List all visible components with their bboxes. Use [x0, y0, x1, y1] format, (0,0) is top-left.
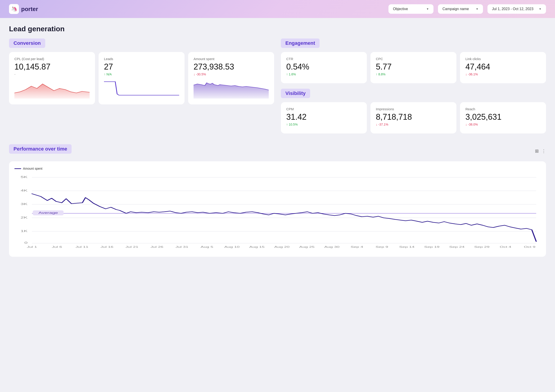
cpm-card: CPM 31.42 ↑ 10.5%: [281, 102, 367, 133]
svg-text:Average: Average: [38, 211, 58, 214]
chart-legend: Amount spent: [15, 167, 540, 170]
performance-section: Performance over time ⊞ ⋮ Amount spent 5…: [9, 144, 546, 257]
amount-spent-value: 273,938.53: [194, 62, 269, 72]
svg-text:Jul 31: Jul 31: [175, 246, 188, 248]
link-clicks-value: 47,464: [465, 62, 540, 72]
svg-text:Sep 19: Sep 19: [424, 246, 439, 248]
visibility-section-header: Visibility: [281, 89, 310, 98]
main-content: Lead generation Conversion CPL (Cost per…: [0, 18, 555, 392]
cpc-card: CPC 5.77 ↑ 8.8%: [371, 52, 456, 83]
conversion-section: Conversion CPL (Cost per lead) 10,145.87…: [9, 38, 274, 139]
ctr-value: 0.54%: [286, 62, 361, 72]
chart-export-button[interactable]: ⊞: [535, 148, 539, 154]
link-clicks-card: Link clicks 47,464 ↓ -36.1%: [460, 52, 546, 83]
svg-text:Oct 9: Oct 9: [524, 246, 535, 248]
svg-text:Aug 30: Aug 30: [324, 246, 340, 248]
ctr-card: CTR 0.54% ↑ 1.6%: [281, 52, 367, 83]
leads-value: 27: [104, 62, 179, 72]
link-clicks-label: Link clicks: [465, 57, 540, 61]
header: 🦄 porter Objective ▼ Campaign name ▼ Jul…: [0, 0, 555, 18]
amount-spent-card: Amount spent 273,938.53 ↓ -30.5%: [188, 52, 274, 104]
daterange-dropdown[interactable]: Jul 1, 2023 - Oct 12, 2023 ▼: [488, 4, 546, 14]
svg-text:Sep 24: Sep 24: [449, 246, 465, 248]
cpc-label: CPC: [376, 57, 451, 61]
logo: 🦄 porter: [9, 4, 38, 14]
visibility-section: Visibility CPM 31.42 ↑ 10.5% Impressions…: [281, 89, 546, 133]
leads-mini-chart: [104, 80, 179, 99]
svg-text:Jul 21: Jul 21: [126, 246, 139, 248]
svg-marker-0: [15, 84, 90, 99]
svg-text:Sep 14: Sep 14: [399, 246, 415, 248]
performance-header: Performance over time ⊞ ⋮: [9, 144, 546, 158]
engagement-cards: CTR 0.54% ↑ 1.6% CPC 5.77 ↑ 8.8% Link cl…: [281, 52, 546, 83]
visibility-cards: CPM 31.42 ↑ 10.5% Impressions 8,718,718 …: [281, 102, 546, 133]
svg-text:Aug 10: Aug 10: [224, 246, 240, 248]
logo-text: porter: [21, 6, 38, 13]
ctr-label: CTR: [286, 57, 361, 61]
svg-text:Aug 5: Aug 5: [201, 246, 213, 248]
svg-text:1K: 1K: [21, 229, 28, 232]
impressions-label: Impressions: [376, 107, 451, 111]
campaign-dropdown-arrow: ▼: [476, 7, 478, 11]
svg-text:Aug 20: Aug 20: [274, 246, 290, 248]
main-chart-svg: 5K 4K 3K 2K 1K 0 Average: [15, 174, 540, 250]
impressions-card: Impressions 8,718,718 ↓ -37.1%: [371, 102, 456, 133]
legend-label: Amount spent: [23, 167, 42, 170]
logo-emoji: 🦄: [11, 6, 17, 12]
ctr-change: ↑ 1.6%: [286, 73, 361, 76]
reach-value: 3,025,631: [465, 112, 540, 122]
cpl-label: CPL (Cost per lead): [15, 57, 90, 61]
svg-text:Sep 4: Sep 4: [351, 246, 363, 248]
svg-text:0: 0: [24, 241, 28, 244]
amount-spent-change: ↓ -30.5%: [194, 73, 269, 76]
cpm-change: ↑ 10.5%: [286, 123, 361, 126]
amount-spent-label: Amount spent: [194, 57, 269, 61]
cpl-mini-chart: [15, 80, 90, 99]
page-title: Lead generation: [9, 25, 546, 33]
impressions-value: 8,718,718: [376, 112, 451, 122]
legend-line-icon: [15, 168, 21, 169]
svg-text:Aug 15: Aug 15: [249, 246, 264, 248]
performance-section-header: Performance over time: [9, 144, 72, 154]
svg-text:Sep 9: Sep 9: [376, 246, 388, 248]
conversion-section-header: Conversion: [9, 38, 45, 48]
two-col-layout: Conversion CPL (Cost per lead) 10,145.87…: [9, 38, 546, 139]
daterange-label: Jul 1, 2023 - Oct 12, 2023: [492, 7, 533, 11]
svg-text:Jul 1: Jul 1: [27, 246, 37, 248]
objective-dropdown[interactable]: Objective ▼: [388, 4, 433, 14]
reach-change: ↓ -38.0%: [465, 123, 540, 126]
svg-text:Sep 29: Sep 29: [474, 246, 489, 248]
cpm-value: 31.42: [286, 112, 361, 122]
campaign-label: Campaign name: [442, 7, 469, 11]
svg-text:5K: 5K: [21, 175, 28, 178]
amount-spent-mini-chart: [194, 80, 269, 99]
campaign-dropdown[interactable]: Campaign name ▼: [438, 4, 483, 14]
cpc-change: ↑ 8.8%: [376, 73, 451, 76]
chart-menu-button[interactable]: ⋮: [541, 148, 546, 154]
chart-actions: ⊞ ⋮: [535, 148, 546, 154]
svg-text:Jul 26: Jul 26: [151, 246, 163, 248]
impressions-change: ↓ -37.1%: [376, 123, 451, 126]
svg-text:3K: 3K: [21, 202, 28, 205]
svg-text:Jul 11: Jul 11: [75, 246, 88, 248]
engagement-section-header: Engagement: [281, 38, 320, 48]
leads-label: Leads: [104, 57, 179, 61]
cpl-change: -: [15, 73, 90, 76]
svg-text:Jul 6: Jul 6: [52, 246, 62, 248]
svg-text:4K: 4K: [21, 189, 28, 192]
svg-text:2K: 2K: [21, 216, 28, 219]
objective-dropdown-arrow: ▼: [426, 7, 429, 11]
cpc-value: 5.77: [376, 62, 451, 72]
svg-text:Jul 16: Jul 16: [101, 246, 113, 248]
leads-change: ↑ N/A: [104, 73, 179, 76]
logo-icon: 🦄: [9, 4, 19, 14]
right-section: Engagement CTR 0.54% ↑ 1.6% CPC 5.77 ↑ 8…: [281, 38, 546, 139]
cpl-card: CPL (Cost per lead) 10,145.87 -: [9, 52, 95, 104]
reach-label: Reach: [465, 107, 540, 111]
svg-text:Oct 4: Oct 4: [500, 246, 511, 248]
daterange-dropdown-arrow: ▼: [539, 7, 541, 11]
cpm-label: CPM: [286, 107, 361, 111]
engagement-section: Engagement CTR 0.54% ↑ 1.6% CPC 5.77 ↑ 8…: [281, 38, 546, 83]
main-chart-area: Amount spent 5K 4K 3K 2K 1K 0: [9, 161, 546, 257]
conversion-cards: CPL (Cost per lead) 10,145.87 -: [9, 52, 274, 104]
